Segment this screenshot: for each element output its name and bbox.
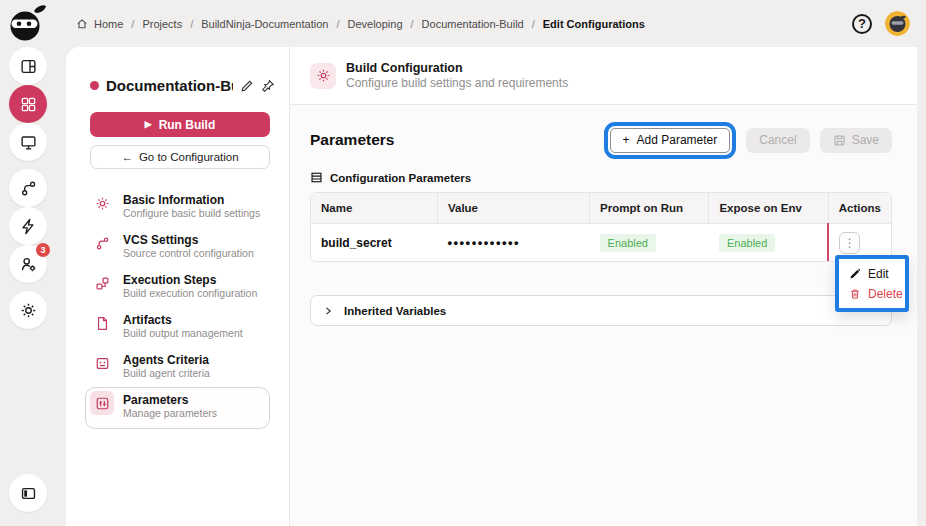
nav-item-label: Execution Steps [123,271,257,287]
nav-item-desc: Build agent criteria [123,367,210,380]
lightning-icon [20,218,37,235]
user-avatar[interactable] [885,11,910,36]
save-floppy-icon [833,134,846,147]
nav-item-execution-steps[interactable]: Execution Steps Build execution configur… [85,267,270,307]
breadcrumb-projects[interactable]: Projects [138,18,197,30]
home-icon [76,18,88,30]
nav-item-label: Parameters [123,391,217,407]
rail-item-settings[interactable] [9,291,47,329]
gear-icon [90,191,114,215]
row-actions-menu: Edit Delete [835,255,909,312]
section-title: Parameters [310,131,394,149]
menu-item-edit[interactable]: Edit [839,264,905,284]
dashboard-layout-icon [20,58,37,75]
app-logo-ninja-icon[interactable] [5,3,49,43]
run-build-button[interactable]: ▶ Run Build [90,112,270,137]
delete-trash-icon [849,288,861,300]
nav-item-parameters[interactable]: Parameters Manage parameters [85,387,270,429]
nav-item-basic-information[interactable]: Basic Information Configure basic build … [85,187,270,227]
git-branch-icon [20,180,37,197]
goto-configuration-label: Go to Configuration [139,151,239,163]
col-expose-on-env: Expose on Env [709,193,828,224]
add-parameter-button[interactable]: + Add Parameter [610,128,731,153]
nav-item-agents-criteria[interactable]: Agents Criteria Build agent criteria [85,347,270,387]
breadcrumb-buildninja-documentation[interactable]: BuildNinja-Documentation [197,18,343,30]
cancel-button[interactable]: Cancel [746,128,809,153]
panel-title-row: Documentation-Bu... [66,77,289,94]
rail-item-builds[interactable] [9,207,47,245]
git-branch-icon [90,231,114,255]
parameters-toolbar: Parameters + Add Parameter Cancel Save [310,125,892,155]
breadcrumb-developing[interactable]: Developing [343,18,417,30]
inherited-variables-label: Inherited Variables [344,305,446,317]
breadcrumb: Home Projects BuildNinja-Documentation D… [76,18,649,30]
menu-item-delete[interactable]: Delete [839,284,905,304]
nav-item-desc: Source control configuration [123,247,254,260]
col-value: Value [437,193,589,224]
param-value-masked: •••••••••••• [437,224,589,262]
rail-item-dashboard[interactable] [9,47,47,85]
rail-item-vcs[interactable] [9,169,47,207]
rail-item-agents[interactable]: 3 [9,245,47,283]
page-title: Build Configuration [346,60,568,76]
parameters-sliders-icon [90,391,114,415]
nav-item-desc: Build output management [123,327,243,340]
arrow-left-icon: ← [121,151,133,163]
nav-item-artifacts[interactable]: Artifacts Build output management [85,307,270,347]
help-icon[interactable]: ? [852,14,872,34]
document-icon [90,311,114,335]
icon-rail: 3 [0,0,56,526]
agent-card-icon [90,351,114,375]
table-row: build_secret •••••••••••• Enabled Enable… [311,224,891,262]
pin-icon[interactable] [261,79,275,93]
breadcrumb-documentation-build[interactable]: Documentation-Build [418,18,539,30]
col-actions: Actions [828,193,891,224]
config-nav: Basic Information Configure basic build … [66,187,289,429]
build-config-panel: Documentation-Bu... ▶ Run Build ← Go to … [66,47,290,526]
rail-item-collapse-panel[interactable] [9,474,47,512]
param-name: build_secret [311,224,437,262]
topbar: Home Projects BuildNinja-Documentation D… [66,0,926,47]
table-rows-icon [310,171,323,184]
add-parameter-label: Add Parameter [637,133,718,147]
col-name: Name [311,193,437,224]
main-card: Documentation-Bu... ▶ Run Build ← Go to … [66,47,917,526]
topbar-actions: ? [852,11,910,36]
edit-title-icon[interactable] [240,79,254,93]
status-dot [90,81,99,90]
play-icon: ▶ [145,120,152,129]
parameters-table: Name Value Prompt on Run Expose on Env A… [310,192,892,262]
breadcrumb-home[interactable]: Home [90,18,138,30]
expose-on-env-badge: Enabled [719,234,775,252]
parameters-content: Parameters + Add Parameter Cancel Save [290,105,917,526]
chevron-right-icon [323,306,333,316]
inherited-variables-toggle[interactable]: Inherited Variables [310,295,892,326]
nav-item-label: Artifacts [123,311,243,327]
nav-item-vcs-settings[interactable]: VCS Settings Source control configuratio… [85,227,270,267]
main-area: Build Configuration Configure build sett… [290,47,917,526]
page-subtitle: Configure build settings and requirement… [346,76,568,91]
breadcrumb-edit-configurations: Edit Configurations [539,18,649,30]
configuration-parameters-label: Configuration Parameters [310,171,892,184]
nav-item-desc: Manage parameters [123,407,217,420]
rail-item-monitor[interactable] [9,123,47,161]
prompt-on-run-badge: Enabled [600,234,656,252]
save-label: Save [852,133,879,147]
nav-item-desc: Build execution configuration [123,287,257,300]
rail-item-projects[interactable] [9,85,47,123]
row-actions-kebab-button[interactable]: ⋮ [839,232,860,254]
apps-grid-icon [20,96,37,113]
user-gear-icon [20,256,37,273]
col-prompt-on-run: Prompt on Run [590,193,709,224]
save-button[interactable]: Save [820,128,892,153]
edit-pencil-icon [849,268,861,280]
nav-item-label: VCS Settings [123,231,254,247]
build-config-title: Documentation-Bu... [106,77,233,94]
goto-configuration-button[interactable]: ← Go to Configuration [90,145,270,169]
panel-toggle-icon [20,485,37,502]
steps-blocks-icon [90,271,114,295]
gear-icon [310,63,336,89]
run-build-label: Run Build [159,118,216,132]
nav-item-label: Basic Information [123,191,260,207]
monitor-icon [20,134,37,151]
